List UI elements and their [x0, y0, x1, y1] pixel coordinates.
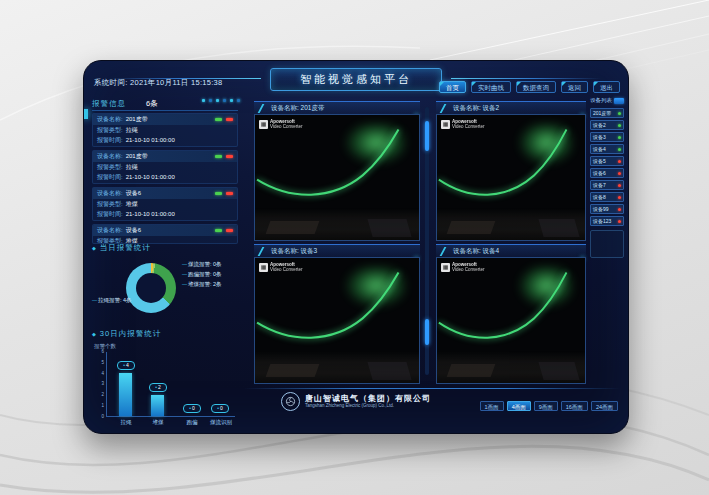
- nav-home-button[interactable]: 首页: [439, 81, 466, 93]
- alarm-list-item[interactable]: 设备名称: 201皮带 报警类型:拉绳 报警时间:21-10-10 01:00:…: [92, 113, 238, 147]
- bar-category-label: 堆煤: [141, 419, 175, 426]
- watermark-icon: ▦: [259, 120, 268, 129]
- red-status-indicator: [226, 155, 233, 158]
- alarm-time-value: 21-10-10 01:00:00: [126, 174, 175, 180]
- video-feed[interactable]: ▦ ApowersoftVideo Converter: [436, 114, 586, 241]
- bar-category-label: 拉绳: [109, 419, 143, 426]
- video-divider-scrollbar[interactable]: [425, 107, 429, 375]
- device-list-title: 设备列表: [590, 97, 612, 104]
- nav-realtime-curve-button[interactable]: 实时曲线: [471, 81, 511, 93]
- pie-label-duimei: 堆煤报警: 2条: [182, 281, 222, 288]
- video-title: 设备名称: 201皮带: [271, 104, 324, 113]
- device-row[interactable]: 设备5: [590, 156, 624, 166]
- alarm-panel-title: 报警信息: [92, 99, 126, 109]
- video-feed[interactable]: ▦ ApowersoftVideo Converter: [254, 114, 420, 241]
- green-status-indicator: [215, 155, 222, 158]
- watermark-icon: ▦: [441, 120, 450, 129]
- view-4-button[interactable]: 4画面: [507, 401, 531, 411]
- device-name: 201皮带: [593, 110, 611, 116]
- device-list-empty-panel: [590, 230, 624, 258]
- device-row[interactable]: 设备7: [590, 180, 624, 190]
- alarm-count-badge: 6条: [146, 99, 158, 109]
- bar-chart-plot: 6543210 4 2 0 0 拉绳 堆煤 跑偏 煤流识别: [106, 352, 235, 417]
- device-name: 设备2: [593, 122, 606, 128]
- video-panel-3: 设备名称: 设备3 ▦ ApowersoftVideo Converter: [254, 244, 420, 384]
- alarm-type-value: 拉绳: [126, 163, 138, 172]
- nav-back-button[interactable]: 返回: [561, 81, 588, 93]
- device-row[interactable]: 201皮带: [590, 108, 624, 118]
- status-dot: [618, 112, 621, 115]
- status-dot: [618, 184, 621, 187]
- bar-lasheng: [119, 373, 132, 416]
- bar-value-badge: 0: [211, 404, 229, 413]
- video-panel-2: 设备名称: 设备2 ▦ ApowersoftVideo Converter: [436, 101, 586, 241]
- alarm-type-label: 报警类型:: [97, 163, 123, 172]
- page-title: 智能视觉感知平台: [300, 72, 412, 87]
- screen-layout-buttons: 1画面 4画面 9画面 16画面 24画面: [480, 401, 618, 411]
- machinery-silhouette: [255, 208, 419, 241]
- video-feed[interactable]: ▦ ApowersoftVideo Converter: [254, 257, 420, 384]
- status-dot: [618, 124, 621, 127]
- red-status-indicator: [226, 229, 233, 232]
- alarm-time-label: 报警时间:: [97, 136, 123, 145]
- device-name-value: 201皮带: [126, 115, 148, 124]
- red-status-indicator: [226, 118, 233, 121]
- bar-chart-ylabel: 报警个数: [94, 343, 238, 350]
- page-title-frame: 智能视觉感知平台: [270, 68, 442, 91]
- video-title: 设备名称: 设备3: [271, 247, 317, 256]
- device-row[interactable]: 设备2: [590, 120, 624, 130]
- video-title: 设备名称: 设备4: [453, 247, 499, 256]
- bar-category-label: 煤流识别: [199, 419, 243, 426]
- slash-decor: [258, 247, 271, 256]
- view-1-button[interactable]: 1画面: [480, 401, 504, 411]
- view-9-button[interactable]: 9画面: [534, 401, 558, 411]
- watermark: ▦ ApowersoftVideo Converter: [259, 119, 302, 129]
- company-brand: 唐山智诚电气（集团）有限公司 Tangshan Zhicheng Electri…: [281, 392, 431, 411]
- status-dot: [618, 196, 621, 199]
- screen-edge-accent: [84, 109, 88, 119]
- status-dot: [618, 208, 621, 211]
- company-logo: [281, 392, 300, 411]
- device-row[interactable]: 设备99: [590, 204, 624, 214]
- status-dot: [618, 148, 621, 151]
- device-name-value: 201皮带: [126, 152, 148, 161]
- device-row[interactable]: 设备4: [590, 144, 624, 154]
- device-row[interactable]: 设备123: [590, 216, 624, 226]
- alarm-list-item[interactable]: 设备名称: 设备6 报警类型:堆煤 报警时间:21-10-10 01:00:00: [92, 187, 238, 221]
- view-24-button[interactable]: 24画面: [591, 401, 618, 411]
- video-feed[interactable]: ▦ ApowersoftVideo Converter: [436, 257, 586, 384]
- device-name: 设备3: [593, 134, 606, 140]
- alarm-type-label: 报警类型:: [97, 126, 123, 135]
- alarm-time-value: 21-10-10 01:00:00: [126, 211, 175, 217]
- status-dot: [618, 160, 621, 163]
- device-name: 设备8: [593, 194, 606, 200]
- pie-label-paopian: 跑偏报警: 0条: [182, 271, 222, 278]
- device-row[interactable]: 设备6: [590, 168, 624, 178]
- bar-value-badge: 2: [149, 383, 167, 392]
- company-name-en: Tangshan Zhicheng Electric (Group) Co.,L…: [305, 403, 431, 409]
- green-status-indicator: [215, 192, 222, 195]
- device-name: 设备4: [593, 146, 606, 152]
- today-stats-title: 当日报警统计: [92, 243, 238, 253]
- device-name-label: 设备名称:: [97, 152, 123, 161]
- device-name: 设备7: [593, 182, 606, 188]
- nav-data-query-button[interactable]: 数据查询: [516, 81, 556, 93]
- device-row[interactable]: 设备3: [590, 132, 624, 142]
- status-dot: [618, 136, 621, 139]
- video-title: 设备名称: 设备2: [453, 104, 499, 113]
- alarm-list-item[interactable]: 设备名称: 201皮带 报警类型:拉绳 报警时间:21-10-10 01:00:…: [92, 150, 238, 184]
- bar-duimei: [151, 395, 164, 416]
- bar-y-ticks: 6543210: [94, 349, 104, 419]
- pie-label-lasheng: 拉绳报警: 4条: [92, 297, 132, 304]
- bar-value-badge: 0: [183, 404, 201, 413]
- device-row[interactable]: 设备8: [590, 192, 624, 202]
- view-16-button[interactable]: 16画面: [561, 401, 588, 411]
- device-list-toggle[interactable]: [614, 98, 624, 104]
- alarm-list-item[interactable]: 设备名称: 设备6 报警类型:堆煤: [92, 224, 238, 244]
- month-stats-title: 30日内报警统计: [92, 329, 238, 339]
- watermark: ▦ ApowersoftVideo Converter: [441, 119, 484, 129]
- watermark: ▦ ApowersoftVideo Converter: [259, 262, 302, 272]
- watermark-line2: Video Converter: [270, 124, 302, 129]
- nav-exit-button[interactable]: 退出: [593, 81, 620, 93]
- watermark: ▦ ApowersoftVideo Converter: [441, 262, 484, 272]
